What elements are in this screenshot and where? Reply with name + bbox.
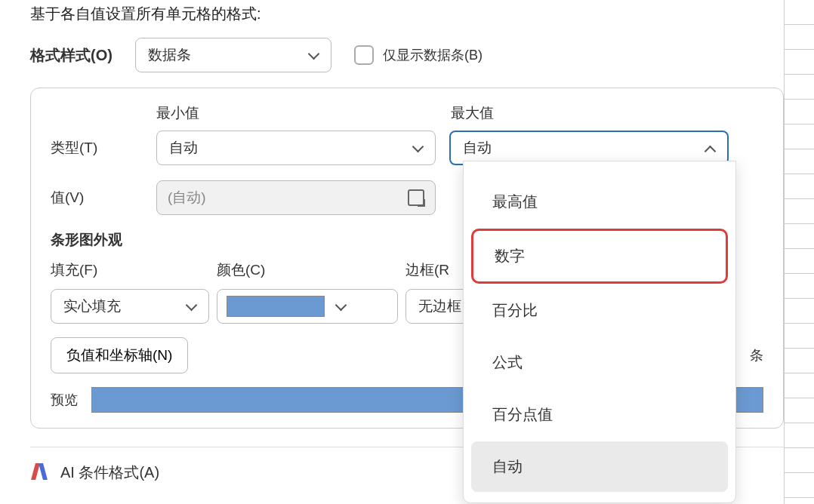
type-max-value: 自动 [463,138,492,158]
dropdown-item-formula[interactable]: 公式 [471,337,728,388]
type-min-value: 自动 [169,138,198,158]
dropdown-item-percentile[interactable]: 百分点值 [471,389,728,440]
border-value: 无边框 [418,297,461,316]
intro-text: 基于各自值设置所有单元格的格式: [30,0,784,24]
chevron-up-icon [705,143,715,153]
color-label: 颜色(C) [217,260,398,280]
min-header: 最小值 [156,103,451,123]
type-max-dropdown: 最高值 数字 百分比 公式 百分点值 自动 [463,161,736,503]
format-style-label: 格式样式(O) [30,45,113,66]
spreadsheet-grid-edge [784,0,814,504]
color-select[interactable] [217,289,398,324]
value-min-input[interactable]: (自动) [156,180,436,215]
color-swatch [227,296,325,317]
dropdown-item-auto[interactable]: 自动 [471,441,728,492]
ai-icon [30,463,50,483]
fill-label: 填充(F) [51,260,209,280]
value-label: 值(V) [51,188,156,207]
type-label: 类型(T) [51,138,156,158]
show-only-bar-checkbox[interactable] [354,45,374,65]
chevron-down-icon [308,50,319,60]
chevron-down-icon [186,301,196,312]
dropdown-item-number[interactable]: 数字 [471,229,728,284]
ai-label: AI 条件格式(A) [60,463,159,483]
show-only-bar-label: 仅显示数据条(B) [383,46,483,64]
bar-direction-partial-label: 条 [750,346,763,364]
value-min-placeholder: (自动) [168,188,206,207]
negative-axis-button[interactable]: 负值和坐标轴(N) [51,337,188,373]
format-style-value: 数据条 [148,45,191,65]
max-header: 最大值 [451,103,494,123]
chevron-down-icon [335,301,346,312]
fill-value: 实心填充 [63,297,121,316]
format-style-select[interactable]: 数据条 [135,38,331,72]
cell-reference-icon[interactable] [408,189,424,206]
fill-select[interactable]: 实心填充 [51,289,209,324]
dropdown-item-highest[interactable]: 最高值 [471,177,728,227]
chevron-down-icon [412,143,423,153]
dropdown-item-percent[interactable]: 百分比 [471,285,728,336]
preview-label: 预览 [51,391,78,409]
type-min-select[interactable]: 自动 [156,131,436,165]
